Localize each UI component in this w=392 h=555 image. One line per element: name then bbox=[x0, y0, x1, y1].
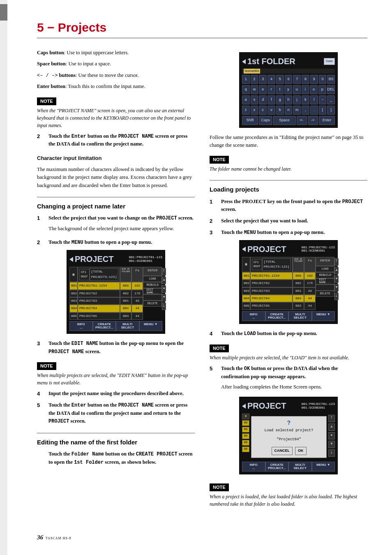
enter-button[interactable]: ENTER bbox=[316, 257, 334, 266]
menu-item[interactable]: EDIT NAME... bbox=[316, 278, 334, 284]
bottom-button[interactable]: MENU ▼ bbox=[312, 311, 335, 321]
table-row[interactable]: 003PROJECT0300148 bbox=[69, 297, 143, 305]
key-.[interactable]: . bbox=[310, 106, 318, 115]
key-x[interactable]: x bbox=[251, 106, 258, 115]
bottom-button[interactable]: INFO ... bbox=[242, 462, 265, 472]
key-q[interactable]: q bbox=[242, 85, 250, 94]
menu-item[interactable]: EDIT NAME... bbox=[143, 288, 162, 294]
key-DEL[interactable]: DEL bbox=[327, 85, 335, 94]
menu-item[interactable]: DELETE bbox=[143, 301, 162, 307]
key-z[interactable]: z bbox=[242, 106, 250, 115]
enter-button[interactable]: ENTER bbox=[143, 267, 162, 276]
table-row[interactable]: 002PROJECT02002176 bbox=[69, 290, 143, 297]
key-->[interactable]: -> bbox=[308, 116, 318, 125]
scene-input[interactable]: Scene001 bbox=[242, 69, 335, 74]
key-k[interactable]: k bbox=[302, 95, 309, 104]
go-top-icon[interactable]: ⤒ bbox=[334, 258, 339, 266]
key-y[interactable]: y bbox=[284, 85, 292, 94]
scroll-icon[interactable]: ● bbox=[334, 275, 339, 283]
scroll-icon[interactable]: ● bbox=[328, 432, 335, 439]
key-0[interactable]: 0 bbox=[319, 75, 327, 84]
key-b[interactable]: b bbox=[276, 106, 284, 115]
key-space[interactable]: Space bbox=[273, 116, 295, 125]
key-−[interactable]: − bbox=[319, 95, 327, 104]
bottom-button[interactable]: MULTI SELECT bbox=[288, 311, 312, 321]
bottom-button[interactable]: MULTI SELECT bbox=[288, 462, 312, 472]
key-j[interactable]: j bbox=[293, 95, 301, 104]
key-u[interactable]: u bbox=[293, 85, 301, 94]
key-e[interactable]: e bbox=[259, 85, 267, 94]
table-row[interactable]: 001PROJECT01-1234008192 bbox=[242, 272, 316, 280]
table-row[interactable]: 004PROJECT0400444 bbox=[69, 305, 143, 312]
bottom-button[interactable]: MULTI SELECT bbox=[116, 321, 139, 331]
key-5[interactable]: 5 bbox=[276, 75, 284, 84]
bottom-button[interactable]: CREATE PROJECT... bbox=[265, 462, 289, 472]
table-row[interactable]: 004PROJECT0400444 bbox=[242, 295, 316, 302]
page-up-icon[interactable]: ▲ bbox=[162, 277, 166, 284]
key-3[interactable]: 3 bbox=[259, 75, 267, 84]
menu-item[interactable] bbox=[316, 284, 334, 291]
key-enter[interactable]: Enter bbox=[319, 116, 335, 125]
page-up-icon[interactable]: ▲ bbox=[328, 423, 335, 431]
key-][interactable]: ] bbox=[327, 106, 335, 115]
key-m[interactable]: m bbox=[293, 106, 301, 115]
key-9[interactable]: 9 bbox=[310, 75, 318, 84]
page-down-icon[interactable]: ▼ bbox=[334, 284, 339, 291]
page-up-icon[interactable]: ▲ bbox=[334, 267, 339, 274]
go-top-icon[interactable]: ⤒ bbox=[328, 415, 335, 422]
key-1[interactable]: 1 bbox=[242, 75, 250, 84]
cancel-button[interactable]: CANCEL bbox=[272, 447, 293, 455]
key-w[interactable]: w bbox=[251, 85, 258, 94]
key-6[interactable]: 6 bbox=[285, 75, 293, 84]
key-7[interactable]: 7 bbox=[293, 75, 301, 84]
date-button[interactable]: Date bbox=[324, 58, 335, 65]
menu-item[interactable]: LOAD bbox=[143, 276, 162, 282]
key-<-[interactable]: <- bbox=[297, 116, 307, 125]
page-down-icon[interactable]: ▼ bbox=[162, 294, 166, 301]
ok-button[interactable]: OK bbox=[295, 447, 307, 455]
scroll-icon[interactable]: ● bbox=[162, 285, 166, 293]
table-row[interactable]: 005PROJECT0500344 bbox=[242, 302, 316, 310]
key-h[interactable]: h bbox=[285, 95, 293, 104]
table-row[interactable]: 003PROJECT0300148 bbox=[242, 287, 316, 295]
menu-item[interactable]: REBUILD bbox=[316, 272, 334, 278]
bottom-button[interactable]: CREATE PROJECT... bbox=[265, 311, 289, 321]
menu-item[interactable]: REBUILD bbox=[143, 282, 162, 288]
bottom-button[interactable]: MENU ▼ bbox=[312, 462, 335, 472]
key-f[interactable]: f bbox=[267, 95, 275, 104]
go-bottom-icon[interactable]: ⤓ bbox=[334, 293, 339, 300]
table-row[interactable]: 001PROJECT01-1234008192 bbox=[69, 282, 143, 289]
bottom-button[interactable]: INFO ... bbox=[69, 321, 93, 331]
key-shift[interactable]: Shift bbox=[242, 116, 258, 125]
key-v[interactable]: v bbox=[267, 106, 275, 115]
key-d[interactable]: d bbox=[259, 95, 267, 104]
page-down-icon[interactable]: ▼ bbox=[328, 441, 335, 448]
key-a[interactable]: a bbox=[242, 95, 250, 104]
go-bottom-icon[interactable]: ⤓ bbox=[162, 303, 166, 310]
bottom-button[interactable]: INFO ... bbox=[242, 311, 265, 321]
key-s[interactable]: s bbox=[251, 95, 258, 104]
key-_[interactable]: _ bbox=[327, 95, 335, 104]
table-row[interactable]: 002PROJECT02002176 bbox=[242, 280, 316, 287]
go-bottom-icon[interactable]: ⤓ bbox=[328, 449, 335, 457]
key-caps[interactable]: Caps bbox=[259, 116, 272, 125]
key-o[interactable]: o bbox=[310, 85, 318, 94]
key-g[interactable]: g bbox=[276, 95, 284, 104]
key-t[interactable]: t bbox=[276, 85, 284, 94]
key-r[interactable]: r bbox=[267, 85, 275, 94]
key-c[interactable]: c bbox=[259, 106, 267, 115]
key-BS[interactable]: BS bbox=[327, 75, 335, 84]
key-i[interactable]: i bbox=[302, 85, 309, 94]
key-2[interactable]: 2 bbox=[251, 75, 258, 84]
table-row[interactable]: 005PROJECT0500344 bbox=[69, 312, 143, 320]
go-top-icon[interactable]: ⤒ bbox=[162, 268, 166, 275]
menu-item[interactable] bbox=[143, 294, 162, 301]
key-4[interactable]: 4 bbox=[267, 75, 275, 84]
menu-item[interactable]: LOAD bbox=[316, 266, 334, 272]
key-8[interactable]: 8 bbox=[302, 75, 309, 84]
key-p[interactable]: p bbox=[318, 85, 326, 94]
key-[[interactable]: [ bbox=[319, 106, 327, 115]
menu-item[interactable]: DELETE bbox=[316, 291, 334, 297]
bottom-button[interactable]: CREATE PROJECT... bbox=[93, 321, 116, 331]
key-l[interactable]: l bbox=[310, 95, 318, 104]
